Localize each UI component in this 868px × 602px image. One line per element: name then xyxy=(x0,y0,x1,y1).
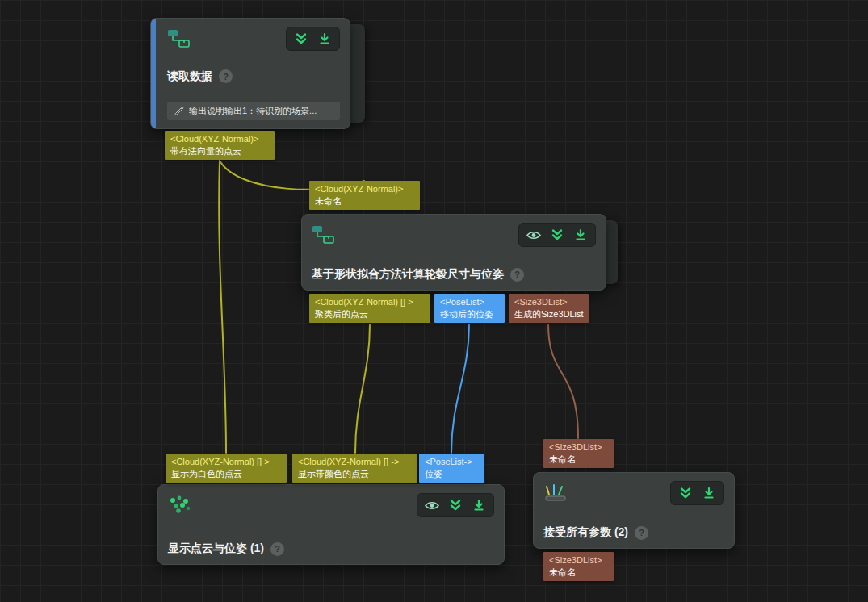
selection-bar xyxy=(151,19,156,128)
help-badge[interactable]: ? xyxy=(270,542,284,556)
visibility-button[interactable] xyxy=(424,497,440,513)
node-read-data[interactable]: 读取数据 ? 输出说明输出1：待识别的场景... xyxy=(150,18,350,129)
port-type-label: <PoseList> xyxy=(440,296,499,308)
port-moved-pose-out[interactable]: <PoseList> 移动后的位姿 xyxy=(434,294,505,323)
connection-pose-to-pose-input[interactable] xyxy=(451,324,469,453)
port-colored-cloud-in[interactable]: <Cloud(XYZ-Normal) [] -> 显示带颜色的点云 xyxy=(292,454,417,483)
eye-icon xyxy=(526,229,542,241)
port-type-label: <PoseList-> xyxy=(425,456,479,468)
collapse-button[interactable] xyxy=(549,227,565,243)
node-show-cloud-pose[interactable]: 显示点云与位姿 (1) ? xyxy=(157,484,505,565)
help-badge[interactable]: ? xyxy=(510,268,524,282)
node-title: 接受所有参数 (2) xyxy=(543,525,628,540)
node-title: 基于形状拟合方法计算轮毂尺寸与位姿 xyxy=(312,267,504,282)
port-name-label: 未命名 xyxy=(315,195,414,207)
port-name-label: 显示为白色的点云 xyxy=(171,468,281,480)
graph-canvas[interactable]: 读取数据 ? 输出说明输出1：待识别的场景... xyxy=(0,0,868,602)
download-icon xyxy=(702,487,715,500)
collapse-button[interactable] xyxy=(677,485,694,501)
port-type-label: <Cloud(XYZ-Normal) [] > xyxy=(171,456,281,468)
download-result-button[interactable] xyxy=(701,485,717,501)
double-chevron-down-icon xyxy=(551,228,564,241)
edit-pencil-icon xyxy=(174,105,184,117)
port-name-label: 未命名 xyxy=(549,566,608,579)
connection-cloud-to-white-cloud-input[interactable] xyxy=(219,161,226,453)
collapse-button[interactable] xyxy=(447,497,463,513)
port-type-label: <Cloud(XYZ-Normal) [] -> xyxy=(298,456,412,468)
port-name-label: 生成的Size3DList xyxy=(514,308,583,320)
connection-size3d-to-accept-input[interactable] xyxy=(548,324,578,438)
collapse-button[interactable] xyxy=(293,31,309,47)
port-type-label: <Size3DList> xyxy=(549,441,608,454)
node-shape-fit[interactable]: 基于形状拟合方法计算轮毂尺寸与位姿 ? xyxy=(301,214,606,291)
port-type-label: <Cloud(XYZ-Normal) [] > xyxy=(315,296,425,308)
download-result-button[interactable] xyxy=(317,31,333,47)
sitemap-icon xyxy=(312,224,336,245)
port-cloud-unnamed-in[interactable]: <Cloud(XYZ-Normal)> 未命名 xyxy=(309,181,420,210)
port-name-label: 位姿 xyxy=(425,468,479,480)
receiver-icon xyxy=(543,483,568,504)
port-size3d-in-unnamed[interactable]: <Size3DList> 未命名 xyxy=(543,439,614,468)
port-clustered-cloud-out[interactable]: <Cloud(XYZ-Normal) [] > 聚类后的点云 xyxy=(309,294,430,323)
node-toolbar xyxy=(286,27,340,51)
visibility-button[interactable] xyxy=(526,227,542,243)
port-cloud-with-normals-out[interactable]: <Cloud(XYZ-Normal)> 带有法向量的点云 xyxy=(165,131,275,160)
port-type-label: <Size3DList> xyxy=(549,554,608,566)
port-pose-in[interactable]: <PoseList-> 位姿 xyxy=(419,454,484,483)
output-note-field[interactable]: 输出说明输出1：待识别的场景... xyxy=(167,102,340,120)
download-icon xyxy=(318,32,331,45)
download-result-button[interactable] xyxy=(471,497,487,513)
note-text: 输出说明输出1：待识别的场景... xyxy=(189,105,317,117)
node-toolbar xyxy=(417,493,494,517)
port-name-label: 未命名 xyxy=(549,454,608,466)
port-name-label: 移动后的位姿 xyxy=(440,308,499,320)
double-chevron-down-icon xyxy=(449,499,462,512)
download-result-button[interactable] xyxy=(572,227,589,243)
node-toolbar xyxy=(518,223,596,247)
download-icon xyxy=(574,228,587,241)
double-chevron-down-icon xyxy=(295,32,308,45)
download-icon xyxy=(472,499,485,512)
port-size3d-out[interactable]: <Size3DList> 生成的Size3DList xyxy=(509,294,589,323)
node-toolbar xyxy=(670,481,724,505)
port-size3d-out-unnamed[interactable]: <Size3DList> 未命名 xyxy=(543,552,614,581)
port-name-label: 带有法向量的点云 xyxy=(170,145,269,157)
point-cloud-dots-icon xyxy=(168,495,192,516)
port-type-label: <Size3DList> xyxy=(514,296,583,308)
help-badge[interactable]: ? xyxy=(219,69,233,83)
help-badge[interactable]: ? xyxy=(635,526,648,540)
port-name-label: 显示带颜色的点云 xyxy=(298,468,412,480)
sitemap-icon xyxy=(167,28,191,49)
port-white-cloud-in[interactable]: <Cloud(XYZ-Normal) [] > 显示为白色的点云 xyxy=(166,454,287,483)
connection-clustered-to-colored-input[interactable] xyxy=(355,324,370,453)
port-type-label: <Cloud(XYZ-Normal)> xyxy=(315,183,414,195)
port-type-label: <Cloud(XYZ-Normal)> xyxy=(170,133,269,145)
node-title: 显示点云与位姿 (1) xyxy=(168,541,264,556)
node-accept-params[interactable]: 接受所有参数 (2) ? xyxy=(533,472,735,549)
eye-icon xyxy=(424,500,440,512)
node-title: 读取数据 xyxy=(167,69,212,84)
double-chevron-down-icon xyxy=(679,487,692,500)
port-name-label: 聚类后的点云 xyxy=(315,308,425,320)
